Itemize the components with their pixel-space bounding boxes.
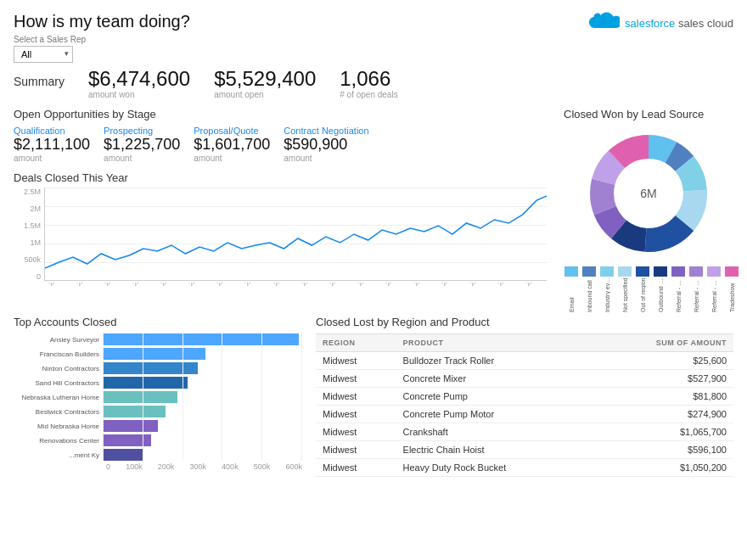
stage-proposal: Proposal/Quote $1,601,700 amount xyxy=(194,126,270,163)
x-label: 2013-04 xyxy=(413,283,432,287)
bar-sandhill xyxy=(103,377,188,389)
bar-ansley xyxy=(103,333,299,345)
account-label: ...ment Ky xyxy=(69,449,99,461)
sales-rep-select[interactable]: All xyxy=(14,46,73,63)
x-label: 2010-10 xyxy=(132,283,151,287)
cell-product: Concrete Mixer xyxy=(396,370,593,388)
stage-prosp-label: amount xyxy=(104,154,180,163)
legend-not-specified: Not specified xyxy=(617,266,632,312)
stage-cont-name[interactable]: Contract Negotiation xyxy=(284,126,368,136)
y-label-0: 0 xyxy=(14,272,41,281)
account-label: Sand Hill Contractors xyxy=(35,377,99,389)
x-label: 2011-10 xyxy=(244,283,263,287)
x-label: 2013-10 xyxy=(469,283,488,287)
y-label-1m: 1M xyxy=(14,238,41,247)
legend-referral-customer: Referral - Customer xyxy=(688,266,704,312)
x-label: 2013-01 xyxy=(385,283,404,287)
y-label-25m: 2.5M xyxy=(14,188,41,196)
legend-inbound-call: Inbound call xyxy=(581,266,597,312)
stage-cont-label: amount xyxy=(284,154,368,163)
x-tick: 400k xyxy=(222,462,239,471)
page-title: How is my team doing? xyxy=(14,12,190,31)
stage-cont-amount: $590,900 xyxy=(284,136,368,154)
closed-lost-section: Closed Lost by Region and Product Region… xyxy=(316,316,733,477)
cell-region: Midwest xyxy=(316,352,396,370)
cell-region: Midwest xyxy=(316,406,396,423)
bar-franciscan xyxy=(103,348,205,360)
legend-referral-staff: Referral - Staff xyxy=(671,266,686,312)
bar-ky xyxy=(103,449,143,461)
svg-text:6M: 6M xyxy=(640,187,656,200)
account-label: Renovations Center xyxy=(39,434,99,446)
stage-qual-name[interactable]: Qualification xyxy=(14,126,90,136)
account-label: Mid Nebraska Home xyxy=(37,420,99,432)
donut-chart: 6M xyxy=(581,126,716,261)
summary-open-deals: 1,066 # of open deals xyxy=(340,68,397,99)
stage-qual-amount: $2,111,100 xyxy=(14,136,90,154)
y-label-500k: 500k xyxy=(14,255,41,264)
col-region: Region xyxy=(316,334,396,352)
bar-nebraska-luth xyxy=(103,391,177,403)
stage-prosp-name[interactable]: Prospecting xyxy=(104,126,180,136)
x-tick: 100k xyxy=(126,462,143,471)
donut-title: Closed Won by Lead Source xyxy=(564,108,733,120)
table-row: Midwest Crankshaft $1,065,700 xyxy=(316,423,733,441)
deals-chart-title: Deals Closed This Year xyxy=(14,171,547,184)
amount-open-value: $5,529,400 xyxy=(214,68,316,90)
open-opps-title: Open Opportunities by Stage xyxy=(14,108,547,120)
stage-qual-label: amount xyxy=(14,154,90,163)
top-accounts-section: Top Accounts Closed Ansley Surveyor Fran… xyxy=(14,316,302,477)
table-row: Midwest Concrete Mixer $527,900 xyxy=(316,370,733,388)
stage-prospecting: Prospecting $1,225,700 amount xyxy=(104,126,180,163)
cell-amount: $596,100 xyxy=(593,441,733,459)
x-tick: 600k xyxy=(285,462,302,471)
x-label: 2012-04 xyxy=(300,283,320,287)
open-opps-section: Open Opportunities by Stage Qualificatio… xyxy=(14,108,547,163)
deals-line-chart xyxy=(45,188,547,281)
header-section: How is my team doing? Select a Sales Rep… xyxy=(14,12,190,63)
stage-prop-amount: $1,601,700 xyxy=(194,136,270,154)
cell-product: Crankshaft xyxy=(396,423,593,441)
cell-region: Midwest xyxy=(316,423,396,441)
stage-qualification: Qualification $2,111,100 amount xyxy=(14,126,90,163)
cell-product: Concrete Pump xyxy=(396,388,593,406)
account-label: Ansley Surveyor xyxy=(50,333,99,345)
stage-prop-label: amount xyxy=(194,154,270,163)
stage-contract: Contract Negotiation $590,900 amount xyxy=(284,126,368,163)
summary-label: Summary xyxy=(14,75,65,88)
x-label: 2014-04 xyxy=(525,283,544,287)
stage-prosp-amount: $1,225,700 xyxy=(104,136,180,154)
cell-amount: $527,900 xyxy=(593,370,733,388)
cell-amount: $81,800 xyxy=(593,388,733,406)
x-tick: 0 xyxy=(106,462,110,471)
cell-region: Midwest xyxy=(316,370,396,388)
open-deals-label: # of open deals xyxy=(340,90,397,99)
cell-region: Midwest xyxy=(316,388,396,406)
col-product: Product xyxy=(396,334,593,352)
legend-industry-event: Industry event xyxy=(599,266,615,312)
stage-prop-name[interactable]: Proposal/Quote xyxy=(194,126,270,136)
donut-section: Closed Won by Lead Source xyxy=(547,108,733,312)
x-tick: 500k xyxy=(254,462,271,471)
x-label: 2011-01 xyxy=(160,283,179,287)
sales-rep-label: Select a Sales Rep xyxy=(14,35,190,44)
legend-tradeshow: Tradeshow xyxy=(724,266,739,312)
legend-outbound-call: Outbound call xyxy=(653,266,668,312)
summary-amount-open: $5,529,400 amount open xyxy=(214,68,316,99)
table-row: Midwest Concrete Pump $81,800 xyxy=(316,388,733,406)
cell-region: Midwest xyxy=(316,459,396,477)
cell-product: Bulldozer Track Roller xyxy=(396,352,593,370)
cell-amount: $1,065,700 xyxy=(593,423,733,441)
closed-lost-table: Region Product Sum of Amount Midwest Bul… xyxy=(316,333,733,477)
salesforce-logo-icon xyxy=(587,12,620,34)
bar-bestwick xyxy=(103,406,166,417)
amount-won-label: amount won xyxy=(88,90,190,99)
x-label: 2012-01 xyxy=(272,283,292,287)
x-label: 2011-07 xyxy=(216,283,235,287)
cell-amount: $274,900 xyxy=(593,406,733,423)
x-label: 2013-07 xyxy=(441,283,460,287)
cell-product: Electric Chain Hoist xyxy=(396,441,593,459)
logo-area: salesforce sales cloud xyxy=(587,12,733,34)
account-label: Franciscan Builders xyxy=(40,348,99,360)
top-accounts-title: Top Accounts Closed xyxy=(14,316,302,328)
